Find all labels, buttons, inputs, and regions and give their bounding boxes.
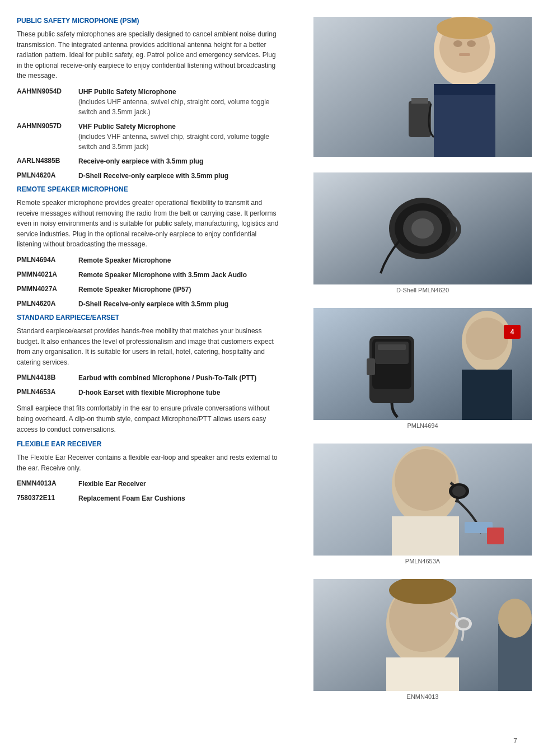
image-block-dshell: D-Shell PMLN4620 — [313, 172, 532, 293]
product-code-pmln4620a-2: PMLN4620A — [17, 299, 78, 307]
product-row-aarln4885b: AARLN4885B Receive-only earpiece with 3.… — [17, 156, 280, 166]
svg-rect-9 — [459, 53, 470, 56]
product-row-enmn4013a: ENMN4013A Flexible Ear Receiver — [17, 479, 280, 489]
product-code-pmln4694a: PMLN4694A — [17, 255, 78, 264]
svg-point-31 — [452, 486, 466, 497]
product-row-pmln4694a: PMLN4694A Remote Speaker Microphone — [17, 255, 280, 265]
section-desc-psm: These public safety microphones are spec… — [17, 29, 280, 81]
svg-rect-23 — [462, 370, 512, 420]
right-column: D-Shell PMLN4620 — [291, 17, 532, 739]
section-desc-rsm: Remote speaker microphone provides great… — [17, 198, 280, 250]
product-code-pmln4418b: PMLN4418B — [17, 373, 78, 381]
svg-rect-34 — [487, 528, 504, 544]
svg-point-8 — [467, 40, 476, 47]
product-code-enmn4013a: ENMN4013A — [17, 479, 78, 487]
image-dshell — [313, 172, 532, 284]
svg-point-10 — [437, 17, 493, 39]
section-psm: PUBLIC SAFETY MICROPHONE (PSM) These pub… — [17, 17, 280, 181]
product-desc-enmn4013a: Flexible Ear Receiver — [78, 479, 280, 489]
section-desc-earset: Standard earpiece/earset provides hands-… — [17, 326, 280, 367]
extra-desc-earset: Small earpiece that fits comfortably in … — [17, 403, 280, 435]
svg-rect-21 — [367, 358, 375, 375]
image-enmn4013 — [313, 579, 532, 691]
image-caption-enmn4013: ENMN4013 — [313, 693, 532, 700]
image-block-enmn4013: ENMN4013 — [313, 579, 532, 700]
svg-rect-3 — [409, 101, 431, 137]
svg-rect-20 — [378, 344, 406, 350]
section-title-earset: STANDARD EARPIECE/EARSET — [17, 314, 280, 321]
image-dshell-svg — [313, 172, 532, 284]
product-desc-pmln4620a-2: D-Shell Receive-only earpiece with 3.5mm… — [78, 299, 280, 309]
product-code-pmmn4027a: PMMN4027A — [17, 284, 78, 293]
section-title-psm: PUBLIC SAFETY MICROPHONE (PSM) — [17, 17, 280, 25]
product-desc-pmmn4021a: Remote Speaker Microphone with 3.5mm Jac… — [78, 270, 280, 280]
image-caption-pmln4694: PMLN4694 — [313, 422, 532, 429]
product-row-pmmn4027a: PMMN4027A Remote Speaker Microphone (IP5… — [17, 284, 280, 295]
image-block-pmln4694: 4 PMLN4694 — [313, 308, 532, 429]
page-number: 7 — [513, 737, 517, 745]
svg-rect-5 — [434, 84, 495, 95]
product-code-pmmn4021a: PMMN4021A — [17, 270, 78, 278]
svg-point-24 — [466, 318, 508, 360]
image-psm-svg — [313, 17, 532, 157]
product-desc-aahmn9057d: VHF Public Safety Microphone (includes V… — [78, 122, 280, 152]
product-desc-pmln4653a: D-hook Earset with flexible Microphone t… — [78, 388, 280, 398]
product-code-pmln4620a-1: PMLN4620A — [17, 171, 78, 179]
svg-rect-41 — [386, 657, 459, 691]
image-block-psm — [313, 17, 532, 157]
product-row-pmln4620a-1: PMLN4620A D-Shell Receive-only earpiece … — [17, 171, 280, 181]
image-pmln4694: 4 — [313, 308, 532, 420]
svg-rect-32 — [392, 516, 459, 556]
product-desc-aarln4885b: Receive-only earpiece with 3.5mm plug — [78, 156, 280, 166]
image-pmln4694-svg: 4 — [313, 308, 532, 420]
product-row-7580372e11: 7580372E11 Replacement Foam Ear Cushions — [17, 493, 280, 503]
section-title-flexible: FLEXIBLE EAR RECEIVER — [17, 440, 280, 448]
product-row-pmln4418b: PMLN4418B Earbud with combined Microphon… — [17, 373, 280, 383]
svg-point-7 — [453, 40, 462, 47]
svg-point-39 — [458, 619, 469, 628]
product-code-aahmn9057d: AAHMN9057D — [17, 122, 78, 130]
svg-point-29 — [395, 449, 456, 511]
svg-point-43 — [498, 599, 532, 638]
left-column: PUBLIC SAFETY MICROPHONE (PSM) These pub… — [17, 17, 291, 739]
product-desc-aahmn9054d: UHF Public Safety Microphone (includes U… — [78, 87, 280, 117]
product-desc-pmln4620a-1: D-Shell Receive-only earpiece with 3.5mm… — [78, 171, 280, 181]
page: PUBLIC SAFETY MICROPHONE (PSM) These pub… — [0, 0, 534, 756]
product-desc-pmln4418b: Earbud with combined Microphone / Push-T… — [78, 373, 280, 383]
section-flexible: FLEXIBLE EAR RECEIVER The Flexible Ear R… — [17, 440, 280, 503]
svg-rect-4 — [411, 98, 428, 104]
image-psm — [313, 17, 532, 157]
image-pmln4653-svg — [313, 444, 532, 556]
section-title-rsm: REMOTE SPEAKER MICROPHONE — [17, 185, 280, 193]
product-code-aahmn9054d: AAHMN9054D — [17, 87, 78, 95]
product-row-pmln4653a: PMLN4653A D-hook Earset with flexible Mi… — [17, 388, 280, 398]
product-desc-7580372e11: Replacement Foam Ear Cushions — [78, 493, 280, 503]
product-code-7580372e11: 7580372E11 — [17, 493, 78, 502]
product-row-aahmn9054d: AAHMN9054D UHF Public Safety Microphone … — [17, 87, 280, 117]
product-desc-pmln4694a: Remote Speaker Microphone — [78, 255, 280, 265]
image-caption-dshell: D-Shell PMLN4620 — [313, 287, 532, 293]
section-earset: STANDARD EARPIECE/EARSET Standard earpie… — [17, 314, 280, 435]
product-desc-pmmn4027a: Remote Speaker Microphone (IP57) — [78, 284, 280, 295]
image-pmln4653 — [313, 444, 532, 556]
product-code-aarln4885b: AARLN4885B — [17, 156, 78, 165]
svg-text:4: 4 — [510, 328, 514, 336]
product-code-pmln4653a: PMLN4653A — [17, 388, 78, 396]
section-desc-flexible: The Flexible Ear Receiver contains a fle… — [17, 452, 280, 473]
product-row-aahmn9057d: AAHMN9057D VHF Public Safety Microphone … — [17, 122, 280, 152]
image-caption-pmln4653: PMLN4653A — [313, 558, 532, 564]
product-row-pmmn4021a: PMMN4021A Remote Speaker Microphone with… — [17, 270, 280, 280]
section-rsm: REMOTE SPEAKER MICROPHONE Remote speaker… — [17, 185, 280, 309]
image-enmn4013-svg — [313, 579, 532, 691]
product-row-pmln4620a-2: PMLN4620A D-Shell Receive-only earpiece … — [17, 299, 280, 309]
image-block-pmln4653: PMLN4653A — [313, 444, 532, 564]
svg-point-15 — [411, 218, 434, 239]
